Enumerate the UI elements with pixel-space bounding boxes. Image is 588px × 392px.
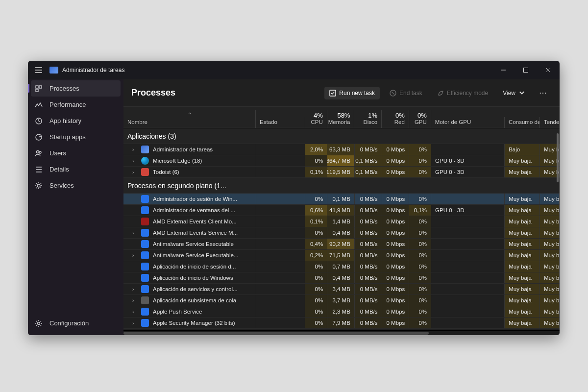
process-row[interactable]: › Antimalware Service Executable... 0,2%… (123, 250, 560, 261)
expander-icon[interactable]: › (132, 158, 137, 164)
process-name-cell: AMD External Events Client Mo... (123, 216, 256, 227)
expander-icon[interactable]: › (132, 253, 137, 258)
process-name-cell: › AMD External Events Service M... (123, 227, 256, 238)
sidebar-item-services[interactable]: Services (28, 177, 123, 194)
svg-rect-0 (524, 68, 528, 73)
col-power[interactable]: Consumo de e... (505, 117, 540, 128)
process-row[interactable]: › Aplicación de servicios y control... 0… (123, 284, 560, 295)
process-name: Todoist (6) (153, 169, 179, 175)
group-header[interactable]: Procesos en segundo plano (1... (123, 178, 560, 194)
sidebar-item-label: Users (49, 149, 66, 157)
titlebar: Administrador de tareas (28, 61, 560, 79)
expander-icon[interactable]: › (132, 298, 137, 303)
sort-indicator-icon: ⌃ (127, 112, 251, 117)
process-name-cell: Administrador de sesión de Win... (123, 194, 256, 204)
cell: 71,5 MB (327, 250, 355, 261)
cell: 0 Mbps (382, 284, 410, 294)
expander-icon[interactable]: › (132, 230, 137, 236)
hamburger-menu-icon[interactable] (30, 61, 48, 79)
process-name: AMD External Events Service M... (153, 230, 238, 236)
horizontal-scrollbar[interactable] (123, 330, 560, 335)
view-dropdown[interactable]: View (498, 87, 530, 99)
process-icon (141, 229, 149, 237)
expander-icon[interactable]: › (132, 320, 137, 326)
col-name[interactable]: ⌃ Nombre (123, 110, 256, 128)
close-button[interactable] (537, 61, 560, 79)
cell: 0 MB/s (355, 272, 382, 283)
process-row[interactable]: Administrador de ventanas del ... 0,6% 4… (123, 205, 560, 216)
cell: 0 MB/s (355, 144, 382, 155)
more-options-button[interactable]: ⋯ (535, 86, 552, 99)
col-memory[interactable]: 58%Memoria (327, 110, 355, 128)
cell: 0 MB/s (355, 318, 382, 328)
svg-point-9 (38, 322, 40, 324)
cell: Muy baja (505, 272, 540, 283)
process-row[interactable]: › Administrador de tareas 2,0% 63,3 MB 0… (123, 144, 560, 155)
history-icon (35, 117, 43, 125)
sidebar-item-label: Processes (49, 85, 79, 92)
process-icon (141, 274, 149, 282)
efficiency-mode-button[interactable]: Efficiency mode (432, 87, 493, 99)
col-network[interactable]: 0%Red (382, 110, 409, 128)
cell: GPU 0 - 3D (431, 155, 505, 166)
col-disk[interactable]: 1%Disco (354, 110, 382, 128)
process-row[interactable]: › Apple Security Manager (32 bits) 0% 7,… (123, 318, 560, 329)
process-row[interactable]: Antimalware Service Executable 0,4% 90,2… (123, 239, 560, 250)
cell: 0,1 MB/s (355, 167, 382, 177)
cell: 0 Mbps (382, 295, 410, 306)
cell (256, 318, 306, 328)
sidebar-settings-label: Configuración (49, 319, 89, 327)
process-row[interactable]: AMD External Events Client Mo... 0,1% 1,… (123, 216, 560, 227)
process-row[interactable]: › Apple Push Service 0% 2,3 MB 0 MB/s 0 … (123, 306, 560, 318)
process-row[interactable]: Aplicación de inicio de Windows 0% 0,4 M… (123, 272, 560, 284)
cell: 0,7 MB (327, 261, 355, 272)
expander-icon[interactable]: › (132, 170, 137, 175)
users-icon (35, 149, 43, 157)
end-task-button[interactable]: End task (385, 87, 427, 99)
cell: Muy baja (540, 284, 560, 294)
process-row[interactable]: › AMD External Events Service M... 0% 0,… (123, 227, 560, 239)
process-name: Aplicación de inicio de Windows (153, 275, 233, 281)
column-headers: ⌃ Nombre Estado 4%CPU 58%Memoria 1%Disco… (123, 107, 560, 128)
col-cpu[interactable]: 4%CPU (305, 110, 327, 128)
sidebar-item-processes[interactable]: Processes (31, 80, 121, 97)
task-manager-app-icon (49, 67, 58, 74)
horizontal-scrollbar-thumb[interactable] (123, 332, 429, 335)
sidebar-item-startup-apps[interactable]: Startup apps (28, 129, 123, 145)
process-row[interactable]: Administrador de sesión de Win... 0% 0,1… (123, 194, 560, 205)
maximize-button[interactable] (514, 61, 537, 79)
cell (256, 216, 306, 227)
process-icon (141, 195, 149, 203)
cell: 0,1% (409, 205, 431, 216)
group-header[interactable]: Aplicaciones (3) (123, 128, 560, 144)
minimize-button[interactable] (492, 61, 514, 79)
process-name-cell: › Administrador de tareas (123, 144, 256, 155)
process-name: Antimalware Service Executable (153, 241, 234, 247)
sidebar-item-users[interactable]: Users (28, 145, 123, 161)
sidebar-item-details[interactable]: Details (28, 161, 123, 177)
cell: 0,1 MB/s (355, 155, 382, 166)
sidebar-item-performance[interactable]: Performance (28, 97, 123, 113)
page-title: Processes (131, 88, 175, 98)
sidebar-item-app-history[interactable]: App history (28, 113, 123, 129)
sidebar-item-settings[interactable]: Configuración (28, 315, 123, 331)
process-row[interactable]: Aplicación de inicio de sesión d... 0% 0… (123, 261, 560, 272)
col-gpu[interactable]: 0%GPU (409, 110, 431, 128)
col-status[interactable]: Estado (256, 117, 305, 128)
expander-icon[interactable]: › (132, 287, 137, 292)
process-row[interactable]: › Microsoft Edge (18) 0% 664,7 MB 0,1 MB… (123, 155, 560, 167)
col-gpu-engine[interactable]: Motor de GPU (431, 117, 505, 128)
expander-icon[interactable]: › (132, 147, 137, 152)
sidebar-item-label: Startup apps (49, 133, 86, 141)
services-icon (35, 182, 43, 190)
cell: Muy baja (540, 261, 560, 272)
rows-container[interactable]: Aplicaciones (3) › Administrador de tare… (123, 128, 560, 330)
cell: 0,4 MB (327, 227, 355, 238)
process-row[interactable]: › Aplicación de subsistema de cola 0% 3,… (123, 295, 560, 306)
vertical-scrollbar[interactable] (557, 133, 559, 182)
col-trend[interactable]: Tendencia de (540, 117, 560, 128)
run-new-task-button[interactable]: Run new task (324, 87, 380, 99)
cell: 2,0% (305, 144, 327, 155)
process-row[interactable]: › Todoist (6) 0,1% 119,5 MB 0,1 MB/s 0 M… (123, 167, 560, 178)
expander-icon[interactable]: › (132, 309, 137, 315)
